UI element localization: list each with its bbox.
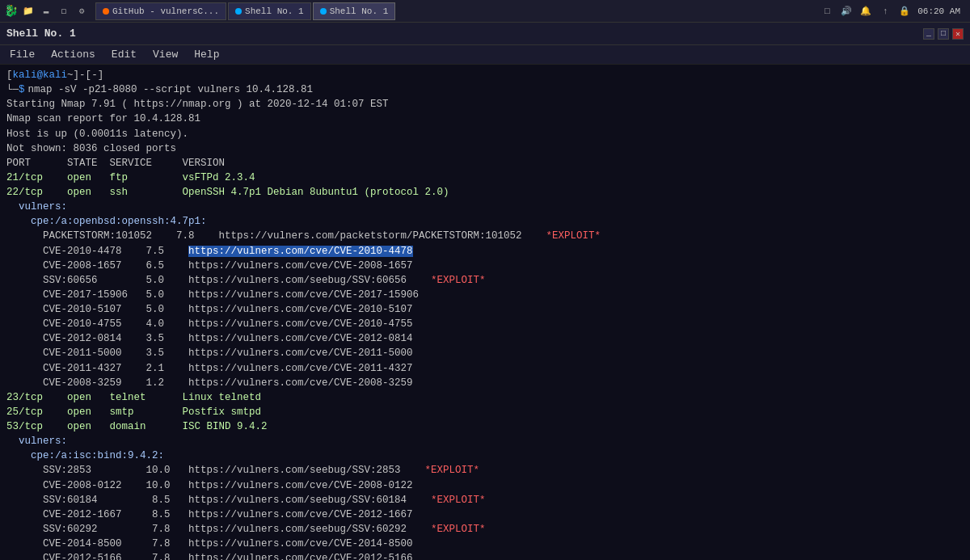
menu-actions[interactable]: Actions — [44, 47, 102, 62]
app-icon-shell2 — [320, 8, 327, 15]
terminal-line: cpe:/a:openbsd:openssh:4.7p1: — [6, 214, 964, 229]
terminal-line: CVE-2010-5107 5.0 https://vulners.com/cv… — [6, 302, 964, 317]
terminal-line: CVE-2012-1667 8.5 https://vulners.com/cv… — [6, 507, 964, 522]
highlighted-url: https://vulners.com/cve/CVE-2010-4478 — [188, 246, 413, 257]
menu-file[interactable]: File — [3, 47, 41, 62]
menu-help[interactable]: Help — [188, 47, 226, 62]
terminal-line: 53/tcp open domain ISC BIND 9.4.2 — [6, 419, 964, 434]
terminal-line: CVE-2008-3259 1.2 https://vulners.com/cv… — [6, 376, 964, 390]
window-controls: _ □ ✕ — [923, 28, 964, 40]
network-icon[interactable]: ↑ — [879, 5, 892, 18]
terminal-line: cpe:/a:isc:bind:9.4.2: — [6, 448, 964, 463]
app-icon-shell1 — [235, 8, 242, 15]
terminal-line: CVE-2010-4478 7.5 https://vulners.com/cv… — [6, 244, 964, 259]
terminal-line: vulners: — [6, 200, 964, 214]
app-icon-github — [103, 8, 109, 15]
volume-icon[interactable]: 🔊 — [840, 5, 853, 18]
window-title: Shell No. 1 — [6, 27, 76, 40]
terminal-line: CVE-2014-8500 7.8 https://vulners.com/cv… — [6, 537, 964, 551]
taskbar-apps: GitHub - vulnersC... Shell No. 1 Shell N… — [95, 2, 395, 20]
terminal-line: 25/tcp open smtp Postfix smtpd — [6, 405, 964, 419]
terminal-line: CVE-2010-4755 4.0 https://vulners.com/cv… — [6, 317, 964, 331]
terminal-line: CVE-2017-15906 5.0 https://vulners.com/c… — [6, 288, 964, 302]
terminal[interactable]: [kali@kali ~]-[-] └─$ nmap -sV -p21-8080… — [0, 65, 970, 560]
terminal-line: SSV:60656 5.0 https://vulners.com/seebug… — [6, 273, 964, 288]
monitor-icon: □ — [820, 5, 833, 18]
taskbar-app-shell2[interactable]: Shell No. 1 — [313, 2, 396, 20]
terminal-line: CVE-2012-0814 3.5 https://vulners.com/cv… — [6, 331, 964, 346]
taskbar-left: 🐉 📁 ▬ ◻ ⚙ — [3, 4, 89, 19]
command-line: └─$ nmap -sV -p21-8080 --script vulners … — [6, 82, 964, 97]
terminal-line: CVE-2012-5166 7.8 https://vulners.com/cv… — [6, 551, 964, 560]
taskbar: 🐉 📁 ▬ ◻ ⚙ GitHub - vulnersC... Shell No.… — [0, 0, 970, 23]
terminal-line: CVE-2011-5000 3.5 https://vulners.com/cv… — [6, 346, 964, 360]
exploit-marker: *EXPLOIT* — [546, 230, 601, 242]
terminal-line: CVE-2008-0122 10.0 https://vulners.com/c… — [6, 478, 964, 493]
menubar: File Actions Edit View Help — [0, 45, 970, 65]
terminal-line: Nmap scan report for 10.4.128.81 — [6, 112, 964, 126]
menu-view[interactable]: View — [146, 47, 184, 62]
restore-button[interactable]: □ — [938, 28, 949, 40]
terminal-line: 21/tcp open ftp vsFTPd 2.3.4 — [6, 171, 964, 185]
app-label-github: GitHub - vulnersC... — [112, 6, 219, 16]
terminal-line: CVE-2011-4327 2.1 https://vulners.com/cv… — [6, 361, 964, 376]
exploit-marker: *EXPLOIT* — [431, 524, 486, 535]
taskbar-right: □ 🔊 🔔 ↑ 🔒 06:20 AM — [820, 5, 967, 18]
lock-icon[interactable]: 🔒 — [898, 5, 911, 18]
clock: 06:20 AM — [917, 6, 960, 16]
command-text: nmap -sV -p21-8080 --script vulners 10.4… — [28, 82, 314, 97]
prompt-line: [kali@kali ~]-[-] — [6, 68, 964, 82]
terminal-line: 22/tcp open ssh OpenSSH 4.7p1 Debian 8ub… — [6, 185, 964, 200]
terminal-line: Host is up (0.00011s latency). — [6, 127, 964, 141]
exploit-marker: *EXPLOIT* — [431, 495, 486, 506]
prompt-host: kali — [43, 68, 67, 82]
terminal-line: PORT STATE SERVICE VERSION — [6, 156, 964, 171]
terminal-line: vulners: — [6, 434, 964, 448]
terminal-icon[interactable]: ▬ — [39, 4, 53, 19]
menu-edit[interactable]: Edit — [105, 47, 143, 62]
exploit-marker: *EXPLOIT* — [431, 275, 486, 286]
terminal-line: SSV:60184 8.5 https://vulners.com/seebug… — [6, 493, 964, 507]
close-button[interactable]: ✕ — [952, 28, 964, 40]
notification-icon[interactable]: 🔔 — [859, 5, 872, 18]
minimize-button[interactable]: _ — [923, 28, 934, 40]
terminal-line: PACKETSTORM:101052 7.8 https://vulners.c… — [6, 229, 964, 243]
settings-icon[interactable]: ⚙ — [74, 4, 89, 19]
window-titlebar: Shell No. 1 _ □ ✕ — [0, 23, 970, 45]
terminal-line: 23/tcp open telnet Linux telnetd — [6, 390, 964, 405]
taskbar-app-shell1[interactable]: Shell No. 1 — [228, 2, 311, 20]
app-label-shell2: Shell No. 1 — [330, 6, 389, 16]
terminal-line: SSV:2853 10.0 https://vulners.com/seebug… — [6, 463, 964, 478]
terminal-line: Not shown: 8036 closed ports — [6, 141, 964, 156]
window: Shell No. 1 _ □ ✕ File Actions Edit View… — [0, 23, 970, 560]
taskbar-app-github[interactable]: GitHub - vulnersC... — [95, 2, 226, 20]
terminal-output: Starting Nmap 7.91 ( https://nmap.org ) … — [6, 97, 964, 560]
browser-icon[interactable]: ◻ — [57, 4, 71, 19]
kali-dragon-icon[interactable]: 🐉 — [3, 4, 18, 19]
prompt-user: kali — [13, 68, 37, 82]
app-label-shell1: Shell No. 1 — [245, 6, 304, 16]
terminal-line: Starting Nmap 7.91 ( https://nmap.org ) … — [6, 97, 964, 112]
files-icon[interactable]: 📁 — [21, 4, 36, 19]
terminal-line: CVE-2008-1657 6.5 https://vulners.com/cv… — [6, 259, 964, 273]
terminal-line: SSV:60292 7.8 https://vulners.com/seebug… — [6, 522, 964, 537]
exploit-marker: *EXPLOIT* — [425, 465, 480, 476]
